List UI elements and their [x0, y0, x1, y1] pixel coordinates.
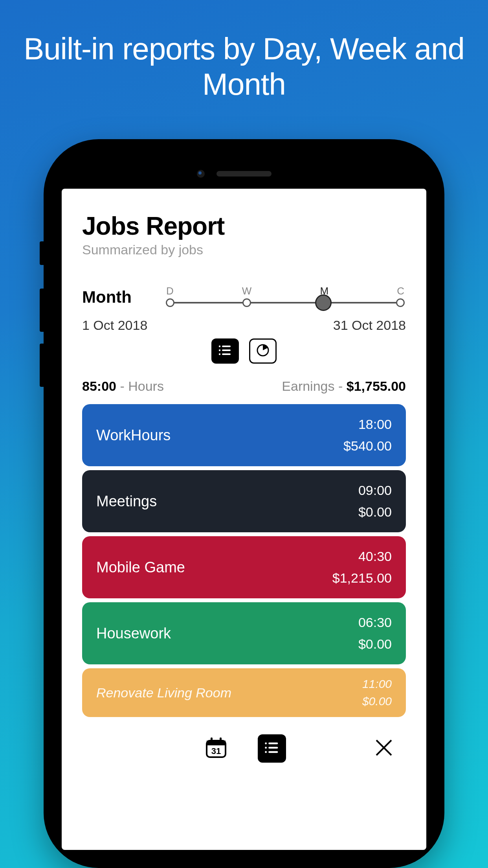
job-earnings: $0.00: [362, 695, 392, 708]
job-name: Renovate Living Room: [96, 685, 231, 701]
svg-point-14: [265, 747, 267, 749]
svg-rect-16: [268, 743, 278, 744]
calendar-button[interactable]: 31: [202, 734, 230, 763]
volume-up-button: [40, 289, 44, 332]
svg-rect-10: [211, 737, 213, 743]
total-earnings-value: $1,755.00: [347, 379, 406, 394]
total-hours-value: 85:00: [82, 379, 116, 394]
job-earnings: $540.00: [343, 438, 392, 454]
job-card[interactable]: Meetings09:00$0.00: [82, 470, 406, 532]
period-option-w[interactable]: W: [242, 285, 252, 297]
job-earnings: $0.00: [358, 504, 392, 520]
svg-rect-5: [222, 349, 231, 351]
period-option-d[interactable]: D: [166, 285, 174, 297]
job-list: WorkHours18:00$540.00Meetings09:00$0.00M…: [82, 404, 406, 717]
job-hours: 18:00: [343, 417, 392, 432]
svg-rect-6: [222, 353, 231, 355]
phone-camera: [197, 170, 205, 178]
period-slider-labels: D W M C: [165, 285, 406, 297]
job-card[interactable]: Mobile Game40:30$1,215.00: [82, 536, 406, 598]
list-icon: [217, 343, 233, 359]
pie-chart-icon: [255, 343, 270, 359]
bottom-bar: 31: [62, 734, 426, 763]
job-name: Mobile Game: [96, 559, 185, 576]
svg-rect-4: [222, 346, 231, 347]
svg-rect-17: [268, 747, 278, 748]
slider-stop-c[interactable]: [396, 298, 405, 307]
job-card[interactable]: Housework06:30$0.00: [82, 602, 406, 664]
total-earnings: Earnings - $1,755.00: [282, 379, 406, 394]
job-earnings: $0.00: [358, 636, 392, 652]
svg-point-3: [219, 353, 220, 355]
job-hours: 11:00: [362, 677, 392, 691]
promo-headline: Built-in reports by Day, Week and Month: [0, 31, 488, 102]
svg-rect-18: [268, 751, 278, 753]
close-button[interactable]: [370, 734, 398, 763]
svg-point-1: [219, 346, 220, 347]
close-icon: [373, 737, 394, 760]
job-values: 09:00$0.00: [358, 483, 392, 520]
total-hours: 85:00 - Hours: [82, 379, 164, 394]
svg-point-15: [265, 751, 267, 753]
calendar-icon: 31: [204, 736, 228, 761]
job-card[interactable]: WorkHours18:00$540.00: [82, 404, 406, 466]
job-name: Meetings: [96, 493, 157, 510]
svg-point-2: [219, 349, 220, 351]
slider-stop-w[interactable]: [242, 298, 251, 307]
job-values: 06:30$0.00: [358, 615, 392, 652]
job-earnings: $1,215.00: [332, 570, 392, 586]
phone-frame: Jobs Report Summarized by jobs Month D W…: [44, 139, 444, 868]
period-option-c[interactable]: C: [397, 285, 404, 297]
job-name: WorkHours: [96, 427, 171, 444]
job-card[interactable]: Renovate Living Room11:00$0.00: [82, 668, 406, 717]
period-label: Month: [82, 288, 161, 307]
job-values: 40:30$1,215.00: [332, 549, 392, 586]
page-title: Jobs Report: [82, 211, 406, 241]
mute-switch: [40, 241, 44, 265]
job-name: Housework: [96, 625, 171, 642]
job-hours: 40:30: [332, 549, 392, 564]
report-button[interactable]: [258, 734, 286, 763]
app-screen: Jobs Report Summarized by jobs Month D W…: [62, 189, 426, 850]
period-slider[interactable]: [170, 302, 400, 303]
total-earnings-label: Earnings: [282, 379, 334, 394]
job-values: 11:00$0.00: [362, 677, 392, 708]
chart-view-button[interactable]: [249, 338, 277, 364]
svg-rect-9: [207, 741, 226, 745]
total-hours-label: Hours: [128, 379, 164, 394]
period-start-date: 1 Oct 2018: [82, 318, 147, 333]
period-end-date: 31 Oct 2018: [333, 318, 406, 333]
job-hours: 09:00: [358, 483, 392, 498]
page-subtitle: Summarized by jobs: [82, 242, 406, 257]
svg-rect-11: [220, 737, 222, 743]
list-view-button[interactable]: [211, 338, 239, 364]
slider-stop-d[interactable]: [166, 298, 174, 307]
slider-stop-m[interactable]: [315, 294, 332, 311]
job-values: 18:00$540.00: [343, 417, 392, 454]
job-hours: 06:30: [358, 615, 392, 630]
list-icon: [263, 739, 281, 758]
svg-text:31: 31: [211, 746, 221, 756]
volume-down-button: [40, 344, 44, 387]
svg-point-13: [265, 743, 267, 745]
phone-speaker: [216, 171, 272, 177]
